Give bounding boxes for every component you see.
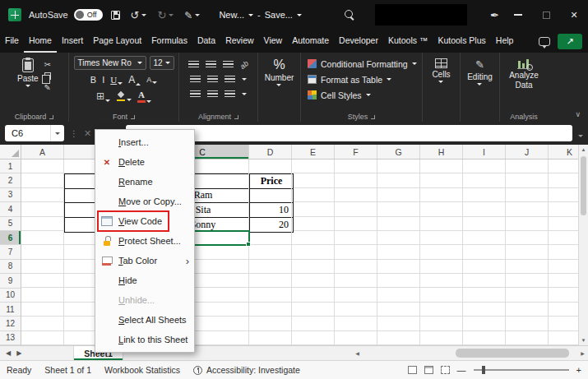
align-middle-icon[interactable] bbox=[206, 61, 216, 68]
dialog-launcher-icon[interactable] bbox=[234, 115, 238, 119]
cells-button[interactable]: Cells bbox=[432, 56, 450, 83]
menu-item-hide[interactable]: Hide bbox=[95, 270, 194, 290]
formula-bar-handle[interactable] bbox=[70, 129, 78, 138]
align-top-icon[interactable] bbox=[188, 61, 199, 68]
copy-icon[interactable] bbox=[44, 72, 51, 80]
page-break-view-icon[interactable] bbox=[441, 366, 450, 374]
row-header-7[interactable]: 7 bbox=[0, 245, 21, 259]
window-title[interactable]: New... - Save... bbox=[219, 10, 302, 20]
scroll-up-icon[interactable] bbox=[579, 145, 588, 155]
ribbon-tab-review[interactable]: Review bbox=[220, 30, 258, 53]
menu-item-link-to-this-sheet[interactable]: Link to this Sheet bbox=[95, 330, 194, 349]
cell-D2[interactable]: Price bbox=[250, 174, 293, 188]
expand-formula-bar-icon[interactable] bbox=[578, 126, 583, 141]
row-header-5[interactable]: 5 bbox=[0, 217, 21, 231]
row-header-3[interactable]: 3 bbox=[0, 188, 21, 202]
row-header-8[interactable]: 8 bbox=[0, 260, 21, 274]
column-header-g[interactable]: G bbox=[377, 145, 420, 159]
menu-item-move-or-copy[interactable]: Move or Copy... bbox=[95, 192, 194, 211]
column-header-i[interactable]: I bbox=[463, 145, 506, 159]
prev-sheet-icon[interactable] bbox=[6, 349, 11, 357]
column-header-d[interactable]: D bbox=[249, 145, 292, 159]
save-button[interactable] bbox=[111, 11, 120, 20]
scroll-left-icon[interactable] bbox=[352, 350, 363, 356]
row-header-10[interactable]: 10 bbox=[0, 289, 21, 303]
dialog-launcher-icon[interactable] bbox=[371, 115, 375, 119]
scroll-right-icon[interactable] bbox=[577, 350, 588, 356]
ink-pen-icon[interactable] bbox=[490, 9, 499, 21]
decrease-indent-icon[interactable] bbox=[190, 90, 201, 98]
status-sheet-count[interactable]: Sheet 1 of 1 bbox=[44, 365, 91, 375]
cut-icon[interactable] bbox=[44, 60, 51, 69]
next-sheet-icon[interactable] bbox=[16, 349, 21, 357]
font-color-button[interactable]: A bbox=[137, 90, 151, 102]
dialog-launcher-icon[interactable] bbox=[49, 115, 53, 119]
paste-button[interactable]: Paste bbox=[17, 56, 39, 92]
menu-item-delete[interactable]: Delete bbox=[95, 152, 194, 172]
font-size-combo[interactable]: 12 bbox=[150, 56, 174, 70]
vertical-scrollbar[interactable] bbox=[578, 145, 588, 345]
excel-logo-icon[interactable] bbox=[8, 8, 21, 21]
ribbon-tab-home[interactable]: Home bbox=[24, 30, 57, 53]
minimize-button[interactable] bbox=[504, 0, 532, 30]
ribbon-tab-page-layout[interactable]: Page Layout bbox=[88, 30, 146, 53]
menu-item-rename[interactable]: Rename bbox=[95, 172, 194, 192]
format-painter-icon[interactable] bbox=[44, 83, 51, 92]
row-header-9[interactable]: 9 bbox=[0, 274, 21, 288]
analyze-data-button[interactable]: AnalyzeData bbox=[509, 56, 539, 90]
conditional-formatting-button[interactable]: Conditional Formatting bbox=[303, 56, 417, 72]
cell-styles-button[interactable]: Cell Styles bbox=[303, 87, 371, 103]
row-header-6[interactable]: 6 bbox=[0, 231, 21, 245]
vertical-scroll-thumb[interactable] bbox=[581, 156, 586, 215]
column-header-a[interactable]: A bbox=[21, 145, 64, 159]
horizontal-scroll-track[interactable] bbox=[363, 346, 577, 359]
zoom-in-button[interactable]: + bbox=[576, 365, 581, 375]
horizontal-scrollbar[interactable] bbox=[352, 346, 588, 359]
menu-item-view-code[interactable]: View Code bbox=[95, 211, 194, 231]
fill-color-button[interactable] bbox=[116, 91, 132, 101]
row-header-2[interactable]: 2 bbox=[0, 173, 21, 187]
row-header-12[interactable]: 12 bbox=[0, 317, 21, 330]
page-layout-view-icon[interactable] bbox=[424, 366, 433, 374]
cell-D4[interactable]: 10 bbox=[250, 203, 293, 217]
ribbon-tab-help[interactable]: Help bbox=[491, 30, 519, 53]
autosave-toggle[interactable]: Off bbox=[74, 9, 103, 21]
comments-icon[interactable] bbox=[539, 37, 550, 46]
ribbon-tab-kutools-plus[interactable]: Kutools Plus bbox=[433, 30, 490, 53]
ribbon-tab-view[interactable]: View bbox=[259, 30, 288, 53]
select-all-corner[interactable] bbox=[0, 145, 21, 159]
zoom-slider-thumb[interactable] bbox=[482, 366, 485, 374]
collapse-ribbon-icon[interactable] bbox=[575, 110, 581, 118]
ribbon-tab-automate[interactable]: Automate bbox=[287, 30, 334, 53]
bold-button[interactable]: B bbox=[90, 75, 96, 85]
align-center-icon[interactable] bbox=[207, 76, 218, 83]
row-header-11[interactable]: 11 bbox=[0, 303, 21, 317]
decrease-font-button[interactable]: A bbox=[146, 76, 157, 84]
ribbon-tab-developer[interactable]: Developer bbox=[334, 30, 383, 53]
menu-item-tab-color[interactable]: Tab Color bbox=[95, 251, 194, 270]
normal-view-icon[interactable] bbox=[408, 366, 417, 374]
increase-indent-icon[interactable] bbox=[207, 90, 218, 98]
format-as-table-button[interactable]: Format as Table bbox=[303, 72, 391, 87]
italic-button[interactable]: I bbox=[102, 75, 104, 85]
align-right-icon[interactable] bbox=[225, 76, 235, 83]
underline-button[interactable]: U bbox=[110, 75, 123, 85]
column-header-e[interactable]: E bbox=[292, 145, 335, 159]
undo-button[interactable] bbox=[131, 9, 147, 21]
name-box-dropdown[interactable] bbox=[50, 125, 64, 141]
ribbon-tab-kutools[interactable]: Kutools ™ bbox=[383, 30, 433, 53]
name-box[interactable]: C6 bbox=[5, 125, 64, 141]
merge-center-icon[interactable] bbox=[225, 90, 235, 98]
close-button[interactable] bbox=[560, 0, 588, 30]
search-icon[interactable] bbox=[345, 10, 355, 21]
cell-D5[interactable]: 20 bbox=[250, 218, 293, 232]
accessibility-status[interactable]: Accessibility: Investigate bbox=[193, 365, 300, 375]
borders-button[interactable] bbox=[96, 90, 110, 102]
number-format-button[interactable]: % Number bbox=[265, 56, 294, 86]
redo-button[interactable] bbox=[157, 9, 174, 21]
ribbon-tab-data[interactable]: Data bbox=[192, 30, 220, 53]
scroll-down-icon[interactable] bbox=[579, 335, 588, 345]
column-header-j[interactable]: J bbox=[506, 145, 549, 159]
menu-item-protect-sheet[interactable]: Protect Sheet... bbox=[95, 231, 194, 251]
align-left-icon[interactable] bbox=[190, 76, 201, 83]
